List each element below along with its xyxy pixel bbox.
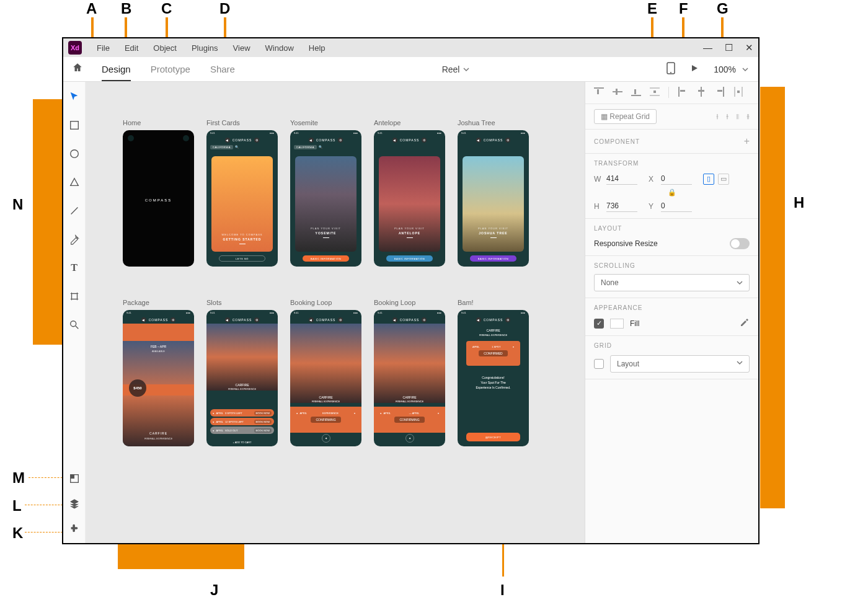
distribute-v-icon[interactable] <box>650 87 660 99</box>
align-left-icon[interactable] <box>678 87 688 99</box>
window-close-icon[interactable]: ✕ <box>745 42 753 53</box>
document-title[interactable]: Reel <box>442 64 470 74</box>
artboard-first-cards[interactable]: 9:41●●● ◀COMPASS⚙ CALIFORNIA🔍 WELCOME TO… <box>206 130 278 267</box>
polygon-tool-icon[interactable] <box>68 176 81 188</box>
height-input[interactable] <box>606 200 637 212</box>
boolean-subtract-icon[interactable]: ⫳ <box>726 112 728 121</box>
artboard-name[interactable]: Booking Loop <box>290 299 361 306</box>
artboard-name[interactable]: Yosemite <box>290 119 361 126</box>
menu-window[interactable]: Window <box>258 43 301 53</box>
artboard-slots[interactable]: 9:41●●● ◀COMPASS⚙ CARFIRE FIREFALL EXPER… <box>206 310 278 446</box>
window-minimize-icon[interactable]: — <box>703 42 712 53</box>
plugins-panel-icon[interactable] <box>68 522 81 534</box>
responsive-toggle[interactable] <box>730 238 750 249</box>
callout-d: D <box>219 0 230 17</box>
orientation-portrait-icon[interactable]: ▯ <box>703 174 714 185</box>
align-bottom-icon[interactable] <box>631 87 641 99</box>
chevron-down-icon <box>463 66 469 73</box>
boolean-add-icon[interactable]: ⫲ <box>716 112 719 121</box>
artboard-antelope[interactable]: 9:41●●● ◀COMPASS⚙ PLAN YOUR VISIT ANTELO… <box>374 130 445 267</box>
artboard-name[interactable]: Home <box>123 119 194 126</box>
pen-tool-icon[interactable] <box>68 233 81 245</box>
menu-object[interactable]: Object <box>146 43 184 53</box>
status-pill: CONFIRMING <box>311 417 340 423</box>
grid-checkbox[interactable] <box>594 359 604 369</box>
distribute-h-icon[interactable] <box>733 87 743 99</box>
artboard-name[interactable]: Package <box>123 299 194 306</box>
menu-view[interactable]: View <box>226 43 258 53</box>
status-pill: CONFIRMING <box>394 417 424 423</box>
artboard-bam[interactable]: 9:41●●● ◀COMPASS⚙ CARFIRE FIREFALL EXPER… <box>458 310 529 446</box>
width-input[interactable] <box>606 173 637 185</box>
artboard-wrap: First Cards 9:41●●● ◀COMPASS⚙ CALIFORNIA… <box>206 119 278 267</box>
zoom-tool-icon[interactable] <box>68 319 81 331</box>
fill-swatch[interactable] <box>610 319 624 329</box>
align-top-icon[interactable] <box>594 87 604 99</box>
callout-b: B <box>121 0 131 17</box>
select-tool-icon[interactable] <box>68 91 81 103</box>
artboard-home[interactable]: COMPASS <box>123 130 194 267</box>
artboard-name[interactable]: Booking Loop <box>374 299 445 306</box>
artboard-yosemite[interactable]: 9:41●●● ◀COMPASS⚙ CALIFORNIA🔍 PLAN YOUR … <box>290 130 361 267</box>
card-button: BASIC INFORMATION <box>386 255 433 262</box>
callout-h: H <box>794 194 804 211</box>
artboard-name[interactable]: First Cards <box>206 119 278 126</box>
y-input[interactable] <box>661 200 692 212</box>
assets-panel-icon[interactable] <box>68 472 81 485</box>
svg-point-1 <box>670 72 671 73</box>
eyedropper-icon[interactable] <box>740 317 750 329</box>
scrolling-select[interactable]: None <box>594 274 750 291</box>
home-icon[interactable] <box>72 62 83 76</box>
zoom-control[interactable]: 100% <box>714 64 748 74</box>
artboard-package[interactable]: 9:41●●● ◀COMPASS⚙ FEB – APR AVAILABLE $4… <box>123 310 194 446</box>
y-label: Y <box>649 202 656 211</box>
add-component-icon[interactable]: + <box>744 136 750 147</box>
align-vcenter-icon[interactable] <box>613 87 622 99</box>
artboard-name[interactable]: Slots <box>206 299 278 306</box>
lock-aspect-icon[interactable]: 🔒 <box>594 188 750 197</box>
nav-circle-icon: ✦ <box>374 434 445 443</box>
appearance-section: APPEARANCE ✓ Fill <box>585 298 758 336</box>
tab-design[interactable]: Design <box>92 57 141 81</box>
artboard-joshua-tree[interactable]: 9:41●●● ◀COMPASS⚙ PLAN YOUR VISIT JOSHUA… <box>458 130 529 267</box>
x-input[interactable] <box>661 173 692 185</box>
rectangle-tool-icon[interactable] <box>68 119 81 131</box>
svg-rect-24 <box>680 90 685 92</box>
window-maximize-icon[interactable]: ☐ <box>725 42 733 53</box>
tab-prototype[interactable]: Prototype <box>141 57 200 81</box>
x-label: X <box>649 175 656 183</box>
text-tool-icon[interactable]: T <box>68 262 81 274</box>
artboard-name[interactable]: Bam! <box>458 299 529 306</box>
device-preview-icon[interactable] <box>666 62 675 77</box>
grid-select[interactable]: Layout <box>610 355 750 373</box>
artboard-booking-2[interactable]: 9:41●●● ◀COMPASS⚙ CARFIRE FIREFALL EXPER… <box>374 310 445 446</box>
align-hcenter-icon[interactable] <box>696 87 706 99</box>
fill-checkbox[interactable]: ✓ <box>594 319 604 329</box>
ellipse-tool-icon[interactable] <box>68 148 81 160</box>
artboard-wrap: Booking Loop 9:41●●● ◀COMPASS⚙ CARFIRE F… <box>290 299 361 446</box>
repeat-grid-button[interactable]: ▦ Repeat Grid <box>594 109 657 124</box>
slot-row: ●APRILSOLD OUTBOOK NOW <box>210 427 274 434</box>
card: PLAN YOUR VISIT YOSEMITE <box>295 156 356 252</box>
boolean-intersect-icon[interactable]: ⫴ <box>736 112 739 121</box>
artboard-tool-icon[interactable] <box>68 290 81 303</box>
add-to-cart: + ADD TO CART <box>206 441 278 444</box>
bam-title: CARFIRE <box>458 329 529 332</box>
menu-help[interactable]: Help <box>301 43 333 53</box>
orientation-landscape-icon[interactable]: ▭ <box>718 174 729 185</box>
tab-share[interactable]: Share <box>200 57 245 81</box>
artboard-name[interactable]: Joshua Tree <box>458 119 529 126</box>
menu-file[interactable]: File <box>89 43 117 53</box>
svg-rect-5 <box>71 294 77 299</box>
artboard-booking-1[interactable]: 9:41●●● ◀COMPASS⚙ CARFIRE FIREFALL EXPER… <box>290 310 361 446</box>
play-icon[interactable] <box>690 64 699 75</box>
layers-panel-icon[interactable] <box>68 497 81 510</box>
menu-plugins[interactable]: Plugins <box>184 43 226 53</box>
canvas[interactable]: Home COMPASS First Cards 9:41●●● ◀COMPAS… <box>86 82 585 543</box>
menu-edit[interactable]: Edit <box>117 43 146 53</box>
align-right-icon[interactable] <box>715 87 725 99</box>
boolean-exclude-icon[interactable]: ⫵ <box>746 112 750 121</box>
line-tool-icon[interactable] <box>68 205 81 217</box>
artboard-name[interactable]: Antelope <box>374 119 445 126</box>
grid-value: Layout <box>617 360 639 368</box>
